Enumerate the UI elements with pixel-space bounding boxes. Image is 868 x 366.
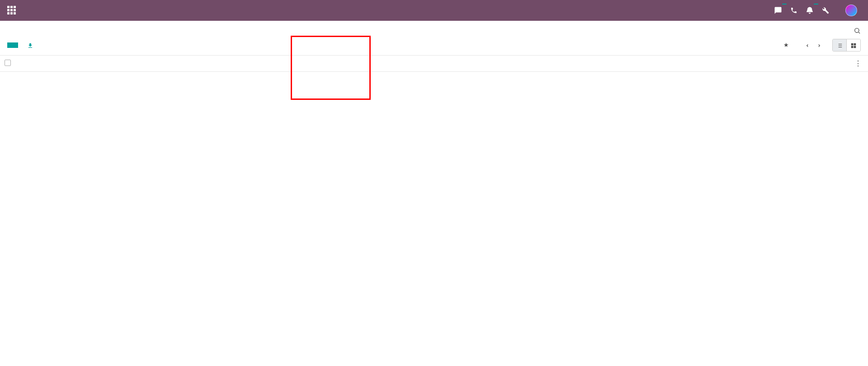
control-panel: ★	[0, 21, 868, 56]
list-view-button[interactable]	[833, 39, 847, 51]
view-switcher	[832, 39, 861, 52]
col-vendor[interactable]	[114, 56, 210, 72]
svg-rect-2	[854, 43, 856, 45]
col-status[interactable]	[816, 56, 848, 72]
phone-icon[interactable]	[790, 7, 797, 14]
upload-icon[interactable]	[27, 42, 33, 49]
debug-icon[interactable]	[822, 7, 829, 14]
activities-icon[interactable]	[806, 6, 814, 14]
star-icon: ★	[783, 42, 789, 48]
col-bill-date[interactable]	[210, 56, 306, 72]
col-total-currency[interactable]	[721, 56, 816, 72]
create-button[interactable]	[7, 42, 18, 48]
avatar	[845, 5, 857, 16]
col-number[interactable]	[18, 56, 114, 72]
search-icon[interactable]	[854, 26, 861, 34]
svg-rect-1	[851, 43, 854, 45]
select-all-checkbox[interactable]	[5, 60, 11, 66]
kanban-view-button[interactable]	[847, 39, 860, 51]
favorites-button[interactable]: ★	[783, 42, 791, 48]
col-due-date[interactable]	[306, 56, 402, 72]
pager-next[interactable]	[815, 41, 823, 50]
user-menu[interactable]	[845, 5, 861, 16]
discuss-icon[interactable]	[774, 6, 782, 14]
bills-table: ⋮	[0, 56, 868, 72]
col-activity[interactable]	[506, 56, 528, 72]
svg-rect-3	[851, 46, 854, 48]
svg-point-0	[855, 28, 859, 32]
apps-icon[interactable]	[7, 6, 16, 15]
pager	[800, 41, 823, 50]
discuss-badge	[782, 4, 787, 5]
activities-badge	[814, 4, 818, 5]
main-navbar	[0, 0, 868, 21]
svg-rect-4	[854, 46, 856, 48]
col-total[interactable]	[624, 56, 720, 72]
col-tax-excluded[interactable]	[528, 56, 624, 72]
pager-prev[interactable]	[803, 41, 811, 50]
optional-columns-icon[interactable]: ⋮	[853, 58, 863, 69]
